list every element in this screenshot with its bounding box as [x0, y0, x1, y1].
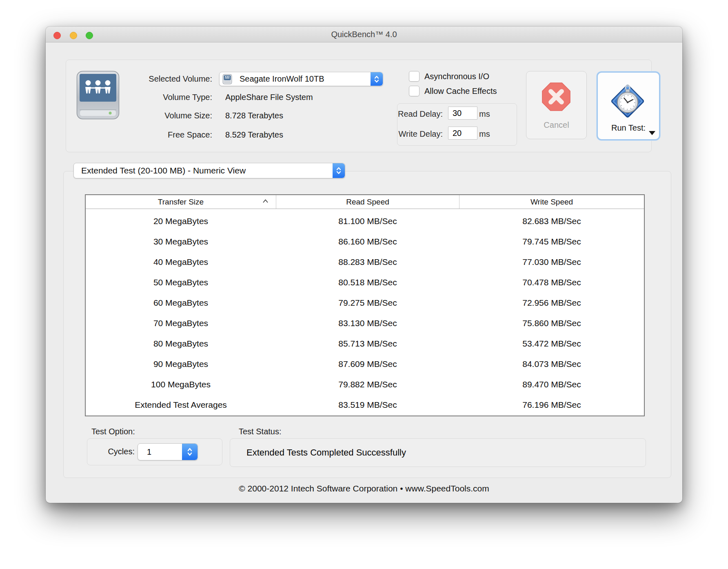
column-header-transfer-size[interactable]: Transfer Size — [86, 195, 276, 209]
quickbench-window: QuickBench™ 4.0 Selec — [46, 27, 682, 503]
cancel-button[interactable]: Cancel — [526, 71, 587, 139]
table-row: 60 MegaBytes 79.275 MB/Sec 72.956 MB/Sec — [86, 293, 644, 313]
volume-dropdown-stepper-icon — [371, 72, 383, 86]
allow-cache-effects-checkbox[interactable] — [409, 86, 419, 96]
table-row: 70 MegaBytes 83.130 MB/Sec 75.860 MB/Sec — [86, 313, 644, 333]
table-row: 90 MegaBytes 87.609 MB/Sec 84.073 MB/Sec — [86, 354, 644, 374]
cycles-stepper[interactable]: 1 — [138, 443, 198, 460]
table-row: 80 MegaBytes 85.713 MB/Sec 53.472 MB/Sec — [86, 333, 644, 354]
run-test-button[interactable]: Run Test: — [597, 71, 660, 140]
write-delay-label: Write Delay: — [361, 128, 443, 140]
table-row: 20 MegaBytes 81.100 MB/Sec 82.683 MB/Sec — [86, 211, 644, 231]
cycles-label: Cycles: — [86, 446, 135, 457]
table-row: 100 MegaBytes 79.882 MB/Sec 89.470 MB/Se… — [86, 374, 644, 395]
column-header-read-speed[interactable]: Read Speed — [276, 195, 459, 209]
read-delay-label: Read Delay: — [361, 108, 443, 120]
cancel-button-label: Cancel — [526, 120, 586, 130]
volume-size-label: Volume Size: — [110, 110, 212, 121]
test-status-label: Test Status: — [239, 426, 282, 437]
stop-octagon-icon — [541, 82, 571, 112]
read-delay-input[interactable] — [448, 107, 477, 120]
results-table-header: Transfer Size Read Speed Write Speed — [86, 195, 644, 209]
selected-volume-label: Selected Volume: — [110, 73, 212, 84]
results-table-body: 20 MegaBytes 81.100 MB/Sec 82.683 MB/Sec… — [86, 209, 644, 415]
title-bar[interactable]: QuickBench™ 4.0 — [46, 27, 682, 42]
column-header-write-speed[interactable]: Write Speed — [459, 195, 644, 209]
stopwatch-diamond-icon — [608, 81, 647, 120]
test-option-label: Test Option: — [91, 426, 135, 437]
async-io-label: Asynchronous I/O — [424, 71, 489, 81]
read-delay-unit: ms — [479, 108, 490, 120]
test-view-stepper-icon — [333, 163, 345, 178]
table-row: 40 MegaBytes 88.283 MB/Sec 77.030 MB/Sec — [86, 252, 644, 272]
test-view-value: Extended Test (20-100 MB) - Numeric View — [74, 166, 333, 176]
selected-volume-dropdown[interactable]: Seagate IronWolf 10TB — [219, 72, 383, 86]
table-row: 30 MegaBytes 86.160 MB/Sec 79.745 MB/Sec — [86, 231, 644, 252]
cycles-stepper-icon — [182, 444, 198, 460]
async-io-checkbox[interactable] — [409, 71, 419, 82]
volume-type-label: Volume Type: — [110, 91, 212, 103]
selected-volume-value: Seagate IronWolf 10TB — [232, 74, 371, 84]
table-row: 50 MegaBytes 80.518 MB/Sec 70.478 MB/Sec — [86, 272, 644, 293]
cycles-value: 1 — [138, 444, 182, 460]
mini-drive-icon — [222, 74, 232, 84]
free-space-label: Free Space: — [110, 129, 212, 140]
results-table: Transfer Size Read Speed Write Speed 20 … — [85, 194, 645, 416]
table-row-averages: Extended Test Averages 83.519 MB/Sec 76.… — [86, 395, 644, 415]
write-delay-input[interactable] — [448, 127, 477, 140]
copyright-text: © 2000-2012 Intech Software Corporation … — [46, 484, 682, 493]
window-title: QuickBench™ 4.0 — [46, 27, 682, 42]
sort-ascending-icon — [262, 199, 269, 203]
write-delay-unit: ms — [479, 128, 490, 140]
volume-size-value: 8.728 Terabytes — [225, 110, 283, 121]
test-status-message: Extended Tests Completed Successfully — [246, 439, 406, 467]
test-status-panel: Extended Tests Completed Successfully — [230, 438, 646, 467]
volume-type-value: AppleShare File System — [225, 91, 313, 103]
test-view-dropdown[interactable]: Extended Test (20-100 MB) - Numeric View — [73, 163, 345, 178]
free-space-value: 8.529 Terabytes — [225, 129, 283, 140]
run-test-dropdown-caret-icon — [649, 131, 655, 135]
allow-cache-effects-label: Allow Cache Effects — [424, 86, 497, 96]
